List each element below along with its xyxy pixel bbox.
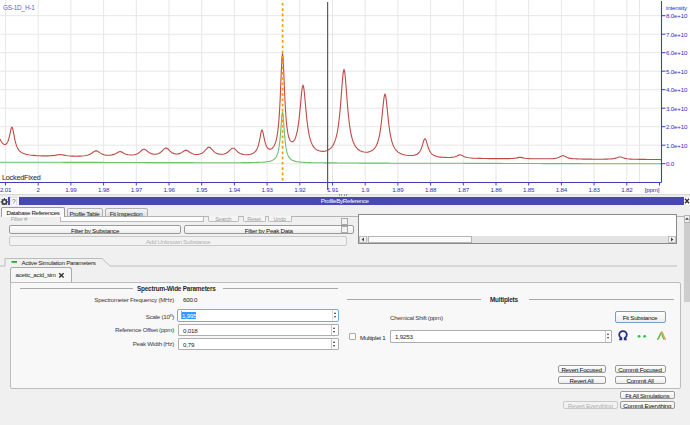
svg-text:1.88: 1.88 bbox=[425, 186, 437, 193]
svg-text:1.82: 1.82 bbox=[621, 186, 633, 193]
svg-text:8.0e+10: 8.0e+10 bbox=[666, 12, 688, 19]
svg-text:1.9: 1.9 bbox=[361, 186, 370, 193]
svg-text:1.92: 1.92 bbox=[294, 186, 306, 193]
svg-text:6.0e+10: 6.0e+10 bbox=[666, 49, 688, 56]
svg-text:1.97: 1.97 bbox=[131, 186, 143, 193]
svg-text:1.85: 1.85 bbox=[523, 186, 535, 193]
svg-text:1.95: 1.95 bbox=[196, 186, 208, 193]
svg-text:3.0e+10: 3.0e+10 bbox=[666, 105, 688, 112]
svg-text:5.0e+10: 5.0e+10 bbox=[666, 68, 688, 75]
svg-text:0.0: 0.0 bbox=[666, 160, 675, 167]
svg-text:2.01: 2.01 bbox=[0, 186, 12, 193]
svg-text:2.0e+10: 2.0e+10 bbox=[666, 123, 688, 130]
svg-text:1.83: 1.83 bbox=[588, 186, 600, 193]
svg-text:LockedFixed: LockedFixed bbox=[2, 173, 41, 182]
svg-text:1.89: 1.89 bbox=[392, 186, 404, 193]
svg-text:7.0e+10: 7.0e+10 bbox=[666, 31, 688, 38]
svg-text:4.0e+10: 4.0e+10 bbox=[666, 86, 688, 93]
svg-text:1.99: 1.99 bbox=[65, 186, 77, 193]
svg-text:1.98: 1.98 bbox=[98, 186, 110, 193]
svg-text:[ppm]: [ppm] bbox=[645, 186, 660, 193]
svg-text:1.96: 1.96 bbox=[163, 186, 175, 193]
svg-text:intensity: intensity bbox=[666, 4, 688, 11]
svg-text:1.94: 1.94 bbox=[229, 186, 241, 193]
svg-text:1.91: 1.91 bbox=[327, 186, 339, 193]
svg-text:1.0e+10: 1.0e+10 bbox=[666, 142, 688, 149]
svg-text:1.86: 1.86 bbox=[490, 186, 502, 193]
svg-text:GS-1D_H-1: GS-1D_H-1 bbox=[3, 4, 35, 12]
svg-text:?: ? bbox=[12, 198, 16, 205]
svg-text:1.84: 1.84 bbox=[556, 186, 568, 193]
svg-text:1.93: 1.93 bbox=[261, 186, 273, 193]
svg-text:1.87: 1.87 bbox=[458, 186, 470, 193]
svg-text:Active Simulation Parameters: Active Simulation Parameters bbox=[22, 259, 96, 266]
